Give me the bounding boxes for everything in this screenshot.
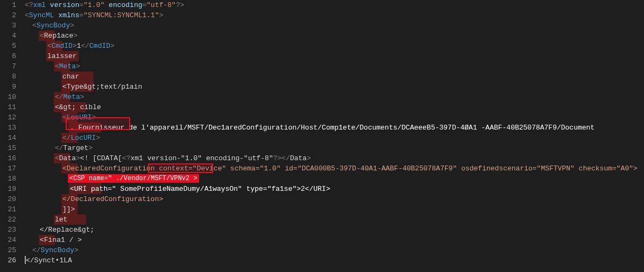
code-text: let	[25, 216, 67, 224]
line-number: 22	[4, 214, 16, 225]
line-number: 6	[4, 51, 16, 61]
line-number: 25	[4, 245, 16, 255]
code-line[interactable]: </Synct•1LA	[25, 255, 644, 266]
line-number: 20	[4, 194, 16, 204]
code-text: <Type&gt;text/p1ain	[25, 83, 142, 91]
code-line[interactable]: let	[25, 214, 644, 225]
code-text: ]]>	[25, 205, 75, 213]
code-line[interactable]: </LocURI>	[25, 133, 644, 143]
code-line[interactable]: <&gt; cible	[25, 102, 644, 112]
code-text: <CmdID>1</CmdID>	[25, 42, 115, 50]
line-number: 2	[4, 10, 16, 20]
code-text: </LocURI>	[25, 134, 100, 142]
code-text: laisser	[25, 52, 77, 60]
code-text: <Fina1 / >	[25, 236, 82, 244]
code-text: <Rep1ace>	[25, 32, 77, 40]
code-text: char	[25, 73, 79, 81]
code-text: . Fournisseur de l'appareil/MSFT/Dec1are…	[25, 124, 595, 132]
line-number: 26	[4, 255, 16, 266]
code-line[interactable]: laisser	[25, 51, 644, 61]
line-number: 13	[4, 123, 16, 133]
line-number: 18	[4, 174, 16, 184]
code-text: <LocURI>	[25, 113, 96, 121]
code-text: <DeclaredConfiguration context="Device" …	[25, 164, 638, 173]
code-line[interactable]: </Replace&gt;	[25, 225, 644, 235]
code-line[interactable]: <Meta>	[25, 61, 644, 71]
line-number: 15	[4, 143, 16, 153]
line-number: 9	[4, 82, 16, 92]
code-text: <Meta>	[25, 62, 80, 70]
code-line[interactable]: . Fournisseur de l'appareil/MSFT/Dec1are…	[25, 123, 644, 133]
code-line[interactable]: <CmdID>1</CmdID>	[25, 41, 644, 51]
code-text: <&gt; cible	[25, 103, 101, 111]
code-line[interactable]: <Type&gt;text/p1ain	[25, 82, 644, 92]
code-line[interactable]: <URI path=" SomeProfi1eNameDumy/A1waysOn…	[25, 184, 644, 194]
code-line[interactable]: </SyncBody>	[25, 245, 644, 255]
code-text: </SyncBody>	[25, 246, 79, 254]
line-number: 3	[4, 20, 16, 31]
code-text: </DeclaredConfiguration>	[25, 195, 163, 203]
code-line[interactable]: </Target>	[25, 143, 644, 153]
code-line[interactable]: <Fina1 / >	[25, 235, 644, 245]
code-text: <SyncBody>	[25, 22, 74, 30]
code-line[interactable]: ]]>	[25, 204, 644, 214]
code-line[interactable]: <Data><! [CDATA[<?xm1 version-"1.0" enco…	[25, 153, 644, 163]
code-text: <SyncML xmlns="SYNCML:SYNCML1.1">	[25, 11, 164, 19]
line-number: 11	[4, 102, 16, 112]
code-line[interactable]: <SyncBody>	[25, 20, 644, 31]
line-number: 12	[4, 112, 16, 123]
code-line[interactable]: <DeclaredConfiguration context="Device" …	[25, 163, 644, 174]
code-text: </Replace&gt;	[25, 226, 94, 234]
line-number: 4	[4, 31, 16, 41]
line-number: 19	[4, 184, 16, 194]
code-text: </Synct•1LA	[25, 256, 72, 264]
code-line[interactable]: </DeclaredConfiguration>	[25, 194, 644, 204]
line-number: 21	[4, 204, 16, 214]
line-number: 24	[4, 235, 16, 245]
code-text: <Data><! [CDATA[<?xm1 version-"1.0" enco…	[25, 154, 311, 162]
line-number-gutter: 1234567891011121314151617181920212223242…	[0, 0, 23, 266]
line-number: 23	[4, 225, 16, 235]
line-number: 10	[4, 92, 16, 102]
code-text: <URI path=" SomeProfi1eNameDumy/A1waysOn…	[25, 185, 330, 193]
code-line[interactable]: char	[25, 71, 644, 82]
code-text: <?xml version="1.0" encoding="utf-8"?>	[25, 1, 185, 9]
line-number: 17	[4, 163, 16, 174]
line-number: 14	[4, 133, 16, 143]
code-line[interactable]: <LocURI>	[25, 112, 644, 123]
line-number: 1	[4, 0, 16, 10]
code-text	[25, 175, 70, 183]
code-line[interactable]: <?xml version="1.0" encoding="utf-8"?>	[25, 0, 644, 10]
code-text: </Meta>	[25, 93, 84, 101]
highlight-label: <CSP name=" ./Vendor/MSFT/VPNv2 >	[68, 174, 199, 183]
code-line[interactable]: <SyncML xmlns="SYNCML:SYNCML1.1">	[25, 10, 644, 20]
code-editor[interactable]: 1234567891011121314151617181920212223242…	[0, 0, 644, 266]
code-line[interactable]: <Rep1ace>	[25, 31, 644, 41]
code-line[interactable]: </Meta>	[25, 92, 644, 102]
line-number: 5	[4, 41, 16, 51]
code-area[interactable]: <?xml version="1.0" encoding="utf-8"?><S…	[23, 0, 644, 266]
code-text: </Target>	[25, 144, 93, 152]
line-number: 16	[4, 153, 16, 163]
line-number: 8	[4, 71, 16, 82]
line-number: 7	[4, 61, 16, 71]
